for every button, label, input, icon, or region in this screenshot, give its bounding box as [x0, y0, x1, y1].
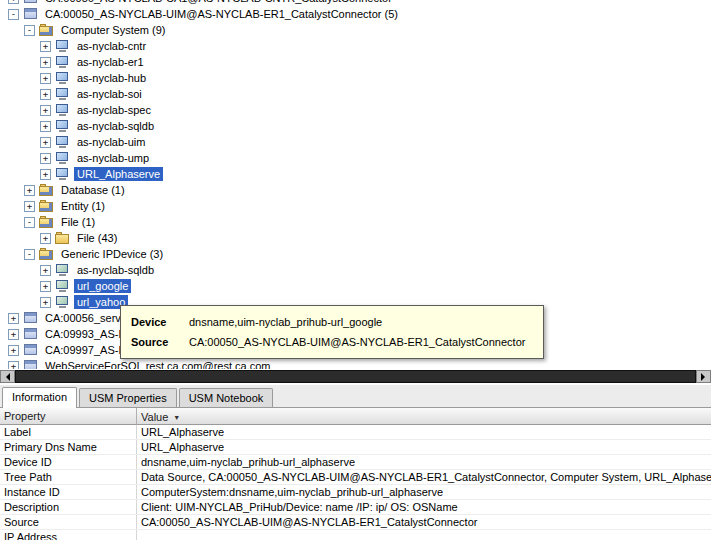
scroll-left-icon — [2, 373, 10, 381]
column-header-value[interactable]: Value ▼ — [137, 408, 711, 425]
property-name-cell: Label — [0, 425, 137, 439]
expand-icon[interactable]: + — [8, 329, 19, 340]
tree-item-label[interactable]: File (1) — [58, 215, 98, 229]
device-icon — [55, 296, 70, 308]
scroll-right-button[interactable] — [696, 370, 711, 383]
connector-icon — [23, 8, 38, 20]
tree-item[interactable]: +Entity (1) — [0, 198, 711, 214]
tree-item-label[interactable]: as-nyclab-hub — [74, 71, 149, 85]
tree-item[interactable]: +as-nyclab-soi — [0, 86, 711, 102]
expand-icon[interactable]: + — [40, 233, 51, 244]
tree-item[interactable]: +as-nyclab-sqldb — [0, 118, 711, 134]
expand-icon[interactable]: + — [40, 57, 51, 68]
tree-item-label[interactable]: as-nyclab-sqldb — [74, 119, 157, 133]
scroll-right-icon — [701, 373, 709, 381]
expand-icon[interactable]: + — [8, 345, 19, 356]
tree-item-label[interactable]: as-nyclab-soi — [74, 87, 145, 101]
tab-information[interactable]: Information — [2, 387, 77, 408]
tree-item[interactable]: +as-nyclab-uim — [0, 134, 711, 150]
tree-item-label[interactable]: WebServiceForSOI_rest.ca.com@rest.ca.com — [42, 359, 274, 369]
expand-icon[interactable]: + — [24, 201, 35, 212]
tree-item[interactable]: +Database (1) — [0, 182, 711, 198]
tree-item[interactable]: -File (1) — [0, 214, 711, 230]
table-row[interactable]: SourceCA:00050_AS-NYCLAB-UIM@AS-NYCLAB-E… — [0, 515, 711, 530]
table-row[interactable]: Primary Dns NameURL_Alphaserve — [0, 440, 711, 455]
tree-item[interactable]: +as-nyclab-ump — [0, 150, 711, 166]
expand-icon[interactable]: + — [8, 313, 19, 324]
table-row[interactable]: Tree PathData Source, CA:00050_AS-NYCLAB… — [0, 470, 711, 485]
table-row[interactable]: IP Address — [0, 530, 711, 540]
tree-item[interactable]: +as-nyclab-sqldb — [0, 262, 711, 278]
table-row[interactable]: LabelURL_Alphaserve — [0, 425, 711, 440]
tree-item-label[interactable]: as-nyclab-er1 — [74, 55, 147, 69]
expand-icon[interactable]: + — [40, 73, 51, 84]
tree-item[interactable]: +as-nyclab-er1 — [0, 54, 711, 70]
table-row[interactable]: Instance IDComputerSystem:dnsname,uim-ny… — [0, 485, 711, 500]
table-row[interactable]: DescriptionClient: UIM-NYCLAB_PriHub/Dev… — [0, 500, 711, 515]
tree-item[interactable]: +as-nyclab-spec — [0, 102, 711, 118]
properties-table: Property Value ▼ LabelURL_AlphaservePrim… — [0, 408, 711, 540]
tree-item-label[interactable]: url_google — [74, 279, 131, 293]
expand-icon[interactable]: + — [40, 89, 51, 100]
tab-usm-properties[interactable]: USM Properties — [79, 388, 177, 407]
tree-item-label[interactable]: as-nyclab-spec — [74, 103, 154, 117]
tree-item[interactable]: -Computer System (9) — [0, 22, 711, 38]
scrollbar-track[interactable] — [15, 370, 696, 383]
tab-usm-notebook[interactable]: USM Notebook — [179, 388, 274, 407]
expand-icon[interactable]: + — [40, 41, 51, 52]
tree-item[interactable]: +URL_Alphaserve — [0, 166, 711, 182]
expand-icon[interactable]: + — [40, 137, 51, 148]
tree-item-label[interactable]: CA:00056_servic — [42, 311, 132, 325]
tree-item[interactable]: +WebServiceForSOI_rest.ca.com@rest.ca.co… — [0, 358, 711, 369]
expand-icon[interactable]: + — [8, 361, 19, 370]
scroll-left-button[interactable] — [0, 370, 15, 383]
expand-icon[interactable]: + — [40, 121, 51, 132]
expand-icon[interactable]: + — [40, 297, 51, 308]
tree-item-label[interactable]: as-nyclab-ump — [74, 151, 152, 165]
collapse-icon[interactable]: - — [24, 217, 35, 228]
tooltip-key: Source — [131, 336, 189, 348]
expand-icon[interactable]: + — [8, 0, 19, 4]
tree-item[interactable]: -CA:00050_AS-NYCLAB-UIM@AS-NYCLAB-ER1_Ca… — [0, 6, 711, 22]
app-window: +CA:00056_AS-NYCLAB-CA1@AS-NYCLAB-CNTR_C… — [0, 0, 711, 540]
tree-item-label[interactable]: Entity (1) — [58, 199, 108, 213]
collapse-icon[interactable]: - — [8, 9, 19, 20]
tree-item-label[interactable]: Computer System (9) — [58, 23, 169, 37]
column-header-property[interactable]: Property — [0, 408, 137, 425]
tree-item[interactable]: +File (43) — [0, 230, 711, 246]
tree-item-label[interactable]: CA:00056_AS-NYCLAB-CA1@AS-NYCLAB-CNTR_Ca… — [42, 0, 395, 5]
tooltip-row: SourceCA:00050_AS-NYCLAB-UIM@AS-NYCLAB-E… — [131, 336, 533, 348]
table-row[interactable]: Device IDdnsname,uim-nyclab_prihub-url_a… — [0, 455, 711, 470]
expand-icon[interactable]: + — [40, 153, 51, 164]
computer-icon — [55, 104, 70, 116]
category-icon — [39, 200, 54, 212]
tree-item[interactable]: +as-nyclab-cntr — [0, 38, 711, 54]
category-icon — [39, 24, 54, 36]
tree-item-label[interactable]: CA:00050_AS-NYCLAB-UIM@AS-NYCLAB-ER1_Cat… — [42, 7, 401, 21]
property-name-cell: Description — [0, 500, 137, 514]
collapse-icon[interactable]: - — [24, 25, 35, 36]
tree-item-label[interactable]: URL_Alphaserve — [74, 167, 163, 181]
computer-icon — [55, 40, 70, 52]
tree-item[interactable]: +url_google — [0, 278, 711, 294]
collapse-icon[interactable]: - — [24, 249, 35, 260]
device-icon — [55, 280, 70, 292]
tree-item[interactable]: +as-nyclab-hub — [0, 70, 711, 86]
tree-item-label[interactable]: as-nyclab-uim — [74, 135, 148, 149]
expand-icon[interactable]: + — [40, 281, 51, 292]
tree-item-label[interactable]: File (43) — [74, 231, 120, 245]
expand-icon[interactable]: + — [40, 105, 51, 116]
expand-icon[interactable]: + — [24, 185, 35, 196]
tree-item-label[interactable]: Generic IPDevice (3) — [58, 247, 166, 261]
expand-icon[interactable]: + — [40, 265, 51, 276]
tree-item-label[interactable]: as-nyclab-sqldb — [74, 263, 157, 277]
horizontal-scrollbar[interactable] — [0, 369, 711, 383]
tree-item[interactable]: -Generic IPDevice (3) — [0, 246, 711, 262]
expand-icon[interactable]: + — [40, 169, 51, 180]
property-value-cell — [137, 530, 711, 540]
topology-tree-pane: +CA:00056_AS-NYCLAB-CA1@AS-NYCLAB-CNTR_C… — [0, 0, 711, 369]
tree-item-label[interactable]: Database (1) — [58, 183, 128, 197]
computer-icon — [55, 72, 70, 84]
scrollbar-thumb[interactable] — [15, 370, 696, 383]
tree-item-label[interactable]: as-nyclab-cntr — [74, 39, 149, 53]
